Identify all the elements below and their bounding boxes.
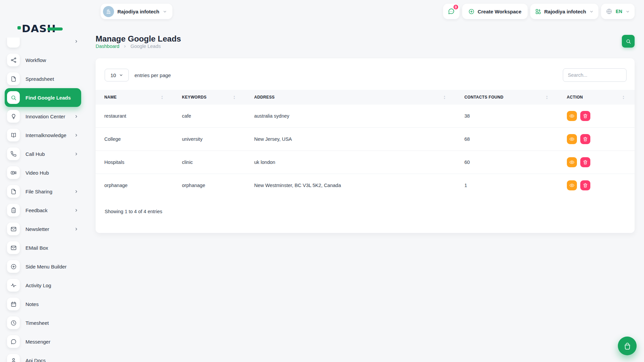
sidebar-item-video-hub[interactable]: Video Hub: [5, 163, 81, 182]
sidebar-item-label: Innovation Center: [25, 114, 65, 119]
view-lead-button[interactable]: [567, 111, 577, 121]
phone-icon: [7, 147, 20, 160]
sidebar-item-email-box[interactable]: EMail Box: [5, 238, 81, 257]
sidebar-item-label: Messenger: [25, 339, 50, 345]
sidebar-item-internalknowledge[interactable]: Internalknowledge: [5, 126, 81, 144]
purchase-floating-button[interactable]: [618, 337, 637, 355]
sidebar-item-notes[interactable]: Notes: [5, 295, 81, 313]
create-workspace-button[interactable]: Create Workspace: [462, 4, 528, 19]
cell-keywords: university: [173, 128, 245, 151]
plus-circle-icon: [7, 260, 20, 273]
chevron-right-icon: [74, 208, 78, 213]
sidebar-item-file-sharing[interactable]: File Sharing: [5, 182, 81, 201]
cell-address: New Westminster, BC V3L 5K2, Canada: [246, 174, 456, 197]
sidebar-item-timesheet[interactable]: Timesheet: [5, 313, 81, 332]
cell-name: College: [96, 128, 173, 151]
grid-add-icon: [535, 8, 541, 15]
table-footer-summary: Showing 1 to 4 of 4 entries: [96, 197, 635, 233]
table-search-input[interactable]: [563, 68, 627, 82]
delete-lead-button[interactable]: [580, 157, 590, 167]
file-icon: [7, 72, 20, 85]
table-row: orphanageorphanageNew Westminster, BC V3…: [96, 174, 635, 197]
sidebar-item-find-google-leads[interactable]: Find Google Leads: [5, 88, 81, 107]
sidebar-item-feedback[interactable]: Feedback: [5, 201, 81, 220]
plus-circle-icon: [468, 8, 475, 15]
search-icon: [626, 39, 631, 44]
messages-button[interactable]: 0: [443, 4, 460, 19]
sidebar-item-label: File Sharing: [25, 189, 52, 194]
chevron-down-icon: [626, 9, 630, 14]
sidebar-item-label: Api Docs: [25, 358, 46, 362]
sidebar-item-label: Spreadsheet: [25, 76, 54, 82]
sidebar-menu: WorkflowSpreadsheetFind Google LeadsInno…: [5, 32, 81, 362]
language-dropdown[interactable]: EN: [601, 4, 635, 19]
file-icon: [7, 185, 20, 198]
sidebar-item-label: Call Hub: [25, 151, 45, 157]
chevron-right-icon: [74, 133, 78, 137]
sidebar-item-innovation-center[interactable]: Innovation Center: [5, 107, 81, 126]
column-header-keywords[interactable]: KEYWORDS▲▼: [173, 90, 245, 105]
entries-per-page-label: entries per page: [135, 72, 171, 78]
search-toggle-button[interactable]: [622, 35, 635, 48]
table-body: restaurantcafeaustralia sydney38Collegeu…: [96, 105, 635, 197]
row-actions: [567, 180, 626, 190]
column-header-address[interactable]: ADDRESS▲▼: [246, 90, 456, 105]
user-icon: [7, 354, 20, 362]
chevron-down-icon: [589, 9, 594, 14]
table-row: CollegeuniversityNew Jersey, USA68: [96, 128, 635, 151]
view-lead-button[interactable]: [567, 180, 577, 190]
book-icon: [7, 129, 20, 141]
sidebar-item-label: Workflow: [25, 57, 46, 63]
cell-name: orphanage: [96, 174, 173, 197]
table-header: NAME▲▼KEYWORDS▲▼ADDRESS▲▼CONTACTS FOUND▲…: [96, 90, 635, 105]
sidebar-item-messenger[interactable]: Messenger: [5, 332, 81, 351]
breadcrumb: Dashboard Google Leads: [96, 44, 161, 49]
entries-per-page-select[interactable]: 10: [105, 69, 129, 81]
sort-icon: ▲▼: [161, 95, 163, 100]
messages-badge: 0: [453, 4, 459, 10]
activity-icon: [7, 279, 20, 292]
cell-name: restaurant: [96, 105, 173, 128]
view-lead-button[interactable]: [567, 134, 577, 144]
sidebar-item-label: Timesheet: [25, 320, 49, 326]
cell-keywords: clinic: [173, 151, 245, 174]
chevron-right-icon: [74, 152, 78, 156]
cell-address: New Jersey, USA: [246, 128, 456, 151]
sidebar-item-side-menu-builder[interactable]: Side Menu Builder: [5, 257, 81, 276]
sidebar-item-label: Activity Log: [25, 283, 51, 288]
sidebar-item-api-docs[interactable]: Api Docs: [5, 351, 81, 362]
cell-keywords: orphanage: [173, 174, 245, 197]
column-header-name[interactable]: NAME▲▼: [96, 90, 173, 105]
column-header-contacts-found[interactable]: CONTACTS FOUND▲▼: [455, 90, 558, 105]
leads-table-card: 10 entries per page NAME▲▼KEYWORDS▲▼ADDR…: [96, 58, 635, 233]
sidebar-item-label: Find Google Leads: [25, 95, 71, 101]
breadcrumb-dashboard-link[interactable]: Dashboard: [96, 44, 119, 49]
cell-contacts-found: 68: [455, 128, 558, 151]
topbar: Rajodiya infotech 0 Create Workspace Raj…: [86, 0, 644, 23]
workspace-switcher-label: Rajodiya infotech: [117, 9, 159, 14]
search-icon: [7, 91, 20, 104]
sort-icon: ▲▼: [546, 95, 548, 100]
sidebar-item-newsletter[interactable]: Newsletter: [5, 220, 81, 238]
delete-lead-button[interactable]: [580, 111, 590, 121]
sidebar-item-activity-log[interactable]: Activity Log: [5, 276, 81, 295]
column-header-action[interactable]: ACTION▲▼: [558, 90, 635, 105]
create-workspace-label: Create Workspace: [478, 9, 522, 14]
shopping-bag-icon: [623, 342, 632, 350]
bulb-icon: [7, 110, 20, 123]
dash-logo[interactable]: DASH: [17, 23, 63, 34]
page-title: Manage Google Leads: [96, 34, 181, 44]
workspace-switcher[interactable]: Rajodiya infotech: [101, 4, 172, 19]
delete-lead-button[interactable]: [580, 180, 590, 190]
sidebar-item-call-hub[interactable]: Call Hub: [5, 144, 81, 163]
sidebar-item-workflow[interactable]: Workflow: [5, 51, 81, 69]
language-label: EN: [616, 9, 622, 14]
sidebar-item-spreadsheet[interactable]: Spreadsheet: [5, 69, 81, 88]
workspace-dropdown[interactable]: Rajodiya infotech: [530, 4, 598, 19]
view-lead-button[interactable]: [567, 157, 577, 167]
chevron-down-icon: [163, 9, 167, 14]
table-row: Hospitalsclinicuk london60: [96, 151, 635, 174]
delete-lead-button[interactable]: [580, 134, 590, 144]
cell-name: Hospitals: [96, 151, 173, 174]
chevron-right-icon: [74, 227, 78, 231]
